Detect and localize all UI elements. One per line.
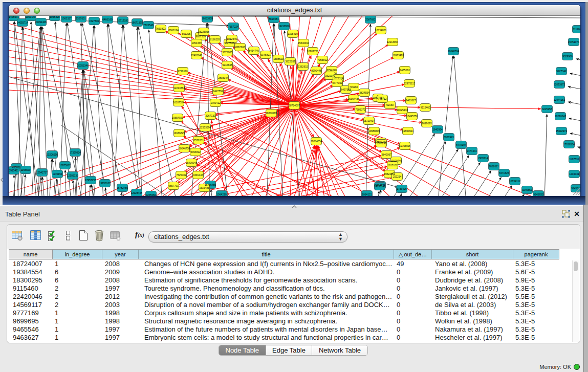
svg-text:10973493: 10973493 xyxy=(393,54,404,57)
svg-text:19218506: 19218506 xyxy=(278,25,290,28)
svg-text:3822037: 3822037 xyxy=(285,60,295,63)
svg-text:12353594: 12353594 xyxy=(200,126,211,129)
svg-text:19166825: 19166825 xyxy=(173,132,185,135)
svg-text:1362615: 1362615 xyxy=(298,65,308,68)
svg-text:3215958: 3215958 xyxy=(542,107,552,111)
svg-text:7625402: 7625402 xyxy=(176,173,186,177)
svg-text:9242845: 9242845 xyxy=(222,63,232,67)
svg-text:10719185: 10719185 xyxy=(117,19,128,22)
svg-text:7386372: 7386372 xyxy=(355,108,365,111)
svg-text:17016504: 17016504 xyxy=(563,143,575,146)
svg-text:12444151: 12444151 xyxy=(554,98,565,101)
svg-text:19384554: 19384554 xyxy=(311,140,322,143)
svg-text:10654112: 10654112 xyxy=(509,180,520,183)
svg-text:3267130: 3267130 xyxy=(205,114,215,117)
svg-text:746266: 746266 xyxy=(350,85,358,89)
svg-text:1691447: 1691447 xyxy=(193,173,203,177)
svg-text:1064121: 1064121 xyxy=(362,193,372,196)
svg-text:6466160: 6466160 xyxy=(102,18,113,21)
svg-text:9245652: 9245652 xyxy=(522,188,532,191)
svg-text:15409948: 15409948 xyxy=(186,161,197,164)
svg-text:7663822: 7663822 xyxy=(156,27,166,30)
svg-text:1145194: 1145194 xyxy=(52,172,62,176)
svg-text:8660124: 8660124 xyxy=(168,29,179,32)
svg-text:7955812: 7955812 xyxy=(317,58,328,61)
svg-text:13975867: 13975867 xyxy=(59,164,71,167)
svg-text:6794028: 6794028 xyxy=(326,69,337,72)
svg-text:16648784: 16648784 xyxy=(448,50,459,53)
svg-text:8186328: 8186328 xyxy=(210,38,220,41)
svg-text:9463627: 9463627 xyxy=(406,99,416,102)
svg-text:1588520: 1588520 xyxy=(273,57,284,60)
svg-text:2935114: 2935114 xyxy=(478,157,488,160)
svg-text:3675685: 3675685 xyxy=(222,51,232,54)
svg-text:19756928: 19756928 xyxy=(399,144,410,147)
svg-text:1065328: 1065328 xyxy=(50,16,60,18)
svg-text:1204031: 1204031 xyxy=(569,172,579,176)
svg-text:20053346: 20053346 xyxy=(77,64,89,67)
svg-text:20206556: 20206556 xyxy=(47,153,58,156)
svg-text:10046758: 10046758 xyxy=(179,147,190,150)
svg-text:15640910: 15640910 xyxy=(298,41,309,45)
svg-text:20091406: 20091406 xyxy=(35,20,47,24)
svg-text:18724007: 18724007 xyxy=(289,104,300,107)
svg-text:19958167: 19958167 xyxy=(99,182,111,185)
svg-text:7357224: 7357224 xyxy=(228,25,238,28)
svg-text:10120746: 10120746 xyxy=(390,159,402,162)
svg-text:9245653: 9245653 xyxy=(533,193,543,196)
svg-text:9827508: 9827508 xyxy=(224,41,234,45)
svg-text:16961758: 16961758 xyxy=(307,50,318,53)
svg-text:2718176: 2718176 xyxy=(178,70,188,73)
svg-text:16033809: 16033809 xyxy=(202,17,213,20)
svg-text:16210643: 16210643 xyxy=(555,115,566,118)
svg-text:8813054: 8813054 xyxy=(269,17,279,20)
svg-text:10025433: 10025433 xyxy=(397,108,408,112)
svg-text:8471626: 8471626 xyxy=(499,171,509,174)
svg-text:12213967: 12213967 xyxy=(387,40,398,43)
svg-text:8990448: 8990448 xyxy=(311,69,321,72)
svg-text:1527602: 1527602 xyxy=(89,19,99,23)
svg-text:16107554: 16107554 xyxy=(173,101,184,104)
svg-text:19654924: 19654924 xyxy=(402,129,413,133)
svg-text:3840067: 3840067 xyxy=(381,153,391,156)
svg-text:7632621: 7632621 xyxy=(489,165,499,168)
svg-text:9777169: 9777169 xyxy=(332,81,342,84)
svg-text:20364436: 20364436 xyxy=(348,97,359,100)
svg-text:15751074: 15751074 xyxy=(568,40,579,43)
svg-text:2803144: 2803144 xyxy=(218,76,228,79)
svg-text:1112842: 1112842 xyxy=(573,28,580,31)
svg-text:3915411: 3915411 xyxy=(9,169,18,172)
svg-text:12505135: 12505135 xyxy=(67,174,78,177)
svg-text:62160: 62160 xyxy=(386,103,394,106)
svg-text:8427552: 8427552 xyxy=(213,90,223,93)
svg-text:17359924: 17359924 xyxy=(70,151,81,154)
svg-text:18495758: 18495758 xyxy=(406,115,418,118)
svg-text:12213363: 12213363 xyxy=(173,86,185,90)
svg-text:2009140: 2009140 xyxy=(26,16,36,18)
svg-text:5493822: 5493822 xyxy=(190,150,201,154)
svg-text:748712: 748712 xyxy=(378,97,387,100)
svg-text:1007291: 1007291 xyxy=(376,142,386,145)
svg-text:15692971: 15692971 xyxy=(556,129,567,133)
svg-text:2087682: 2087682 xyxy=(365,18,376,21)
svg-text:1615132: 1615132 xyxy=(387,164,398,167)
svg-text:9827509: 9827509 xyxy=(195,35,206,38)
svg-text:12975115: 12975115 xyxy=(404,82,415,85)
svg-text:1700412: 1700412 xyxy=(210,101,221,104)
svg-text:22420046: 22420046 xyxy=(191,54,202,57)
svg-text:1405571: 1405571 xyxy=(9,16,19,18)
svg-text:17957255: 17957255 xyxy=(85,179,96,182)
svg-text:7515546: 7515546 xyxy=(143,24,154,27)
svg-text:16782759: 16782759 xyxy=(117,186,128,189)
svg-text:9227342: 9227342 xyxy=(556,70,567,73)
svg-text:1156829: 1156829 xyxy=(20,168,30,171)
svg-text:14055714: 14055714 xyxy=(17,21,28,24)
svg-text:891295: 891295 xyxy=(182,32,191,35)
svg-text:12942757: 12942757 xyxy=(36,171,48,174)
svg-text:1325419: 1325419 xyxy=(288,32,298,35)
svg-text:19654923: 19654923 xyxy=(172,116,183,119)
svg-text:1065327: 1065327 xyxy=(61,17,72,20)
svg-text:8454749: 8454749 xyxy=(249,49,259,52)
svg-text:9329966: 9329966 xyxy=(562,55,573,58)
svg-text:23226058: 23226058 xyxy=(198,30,209,33)
